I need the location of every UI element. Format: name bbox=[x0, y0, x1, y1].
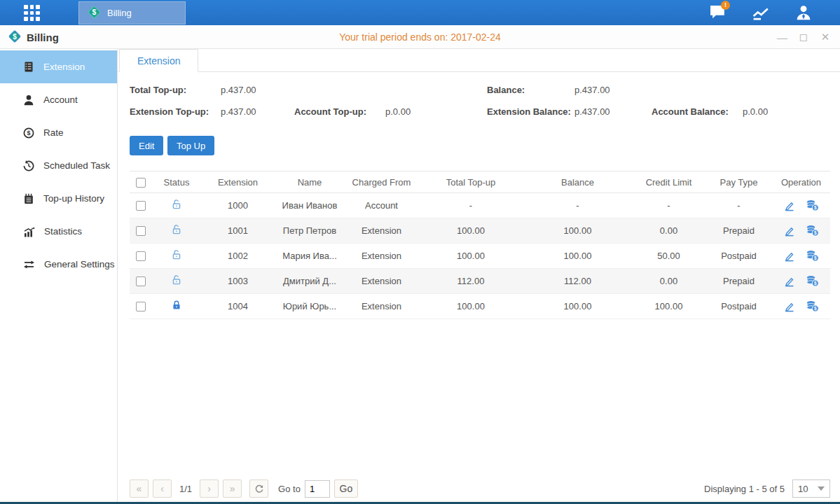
top-up-button[interactable]: Top Up bbox=[167, 136, 214, 155]
close-icon[interactable]: ✕ bbox=[820, 31, 830, 43]
cell-pay-type: Postpaid bbox=[705, 244, 772, 269]
ledger-icon bbox=[23, 61, 34, 73]
topbar-icons: ! bbox=[708, 0, 813, 25]
cell-extension: 1001 bbox=[201, 218, 275, 244]
lock-status-icon[interactable] bbox=[171, 227, 182, 237]
cell-charged-from: Extension bbox=[345, 244, 418, 269]
first-page-button[interactable]: « bbox=[130, 479, 149, 498]
edit-row-button[interactable] bbox=[783, 300, 795, 312]
table-row: 1003Дмитрий Д...Extension112.00112.000.0… bbox=[130, 269, 830, 294]
cell-credit-limit: - bbox=[632, 193, 705, 218]
billing-window-icon: $ bbox=[8, 29, 22, 46]
cell-pay-type: - bbox=[705, 193, 772, 218]
window-controls: — ◻ ✕ bbox=[777, 25, 830, 49]
notifications-icon[interactable]: ! bbox=[708, 4, 728, 22]
row-checkbox[interactable] bbox=[136, 251, 146, 261]
edit-row-button[interactable] bbox=[783, 275, 795, 287]
go-button[interactable]: Go bbox=[334, 479, 358, 498]
last-page-button[interactable]: » bbox=[223, 479, 242, 498]
cell-total-topup: - bbox=[418, 193, 523, 218]
maximize-icon[interactable]: ◻ bbox=[799, 31, 808, 43]
cell-balance: 100.00 bbox=[523, 294, 632, 319]
tabstrip: Extension bbox=[118, 49, 840, 72]
top-up-row-button[interactable]: $ bbox=[806, 225, 819, 237]
sidebar-item-rate[interactable]: $ Rate bbox=[0, 116, 117, 149]
sidebar-item-general-settings[interactable]: General Settings bbox=[0, 248, 117, 281]
user-account-icon[interactable] bbox=[794, 4, 813, 22]
sidebar: Extension Account $ Rate Scheduled Task … bbox=[0, 49, 118, 502]
cell-extension: 1004 bbox=[201, 294, 275, 319]
lock-status-icon[interactable] bbox=[171, 202, 182, 212]
table-header-row: Status Extension Name Charged From Total… bbox=[130, 172, 830, 193]
top-up-row-button[interactable]: $ bbox=[806, 300, 819, 312]
cell-name: Иван Иванов bbox=[275, 193, 345, 218]
account-topup-value: p.0.00 bbox=[385, 106, 411, 117]
clock-history-icon bbox=[23, 160, 34, 172]
sidebar-item-scheduled-task[interactable]: Scheduled Task bbox=[0, 149, 117, 182]
svg-text:$: $ bbox=[814, 230, 817, 236]
sidebar-item-label: Extension bbox=[43, 62, 85, 72]
top-up-row-button[interactable]: $ bbox=[806, 250, 819, 262]
topbar-tab-label: Billing bbox=[107, 8, 132, 18]
svg-text:$: $ bbox=[814, 306, 817, 312]
svg-text:$: $ bbox=[13, 32, 17, 40]
goto-page-input[interactable] bbox=[305, 480, 330, 498]
edit-row-button[interactable] bbox=[783, 200, 795, 211]
lock-status-icon[interactable] bbox=[171, 277, 182, 288]
lock-status-icon[interactable] bbox=[171, 302, 182, 313]
svg-text:$: $ bbox=[92, 8, 97, 16]
cell-name: Мария Ива... bbox=[275, 244, 345, 269]
sidebar-item-extension[interactable]: Extension bbox=[0, 50, 117, 83]
resource-monitor-icon[interactable] bbox=[751, 4, 771, 22]
extension-balance-label: Extension Balance: bbox=[487, 106, 571, 117]
lock-status-icon[interactable] bbox=[171, 252, 182, 262]
col-operation: Operation bbox=[772, 172, 830, 193]
sidebar-item-label: Scheduled Task bbox=[43, 160, 110, 171]
cell-balance: 100.00 bbox=[523, 218, 632, 244]
edit-button[interactable]: Edit bbox=[130, 136, 163, 155]
pagination: « ‹ 1/1 › » Go to Go bbox=[130, 478, 358, 499]
account-topup-label: Account Top-up: bbox=[294, 106, 366, 117]
pagination-summary: Displaying 1 - 5 of 5 10 bbox=[704, 478, 830, 499]
cell-pay-type: Prepaid bbox=[705, 218, 772, 244]
cell-credit-limit: 0.00 bbox=[632, 218, 705, 244]
row-checkbox[interactable] bbox=[136, 201, 146, 211]
extension-balance-value: p.437.00 bbox=[574, 106, 610, 117]
balance-label: Balance: bbox=[487, 85, 525, 95]
edit-row-button[interactable] bbox=[783, 250, 795, 262]
page-size-value: 10 bbox=[798, 484, 808, 494]
cell-credit-limit: 100.00 bbox=[632, 294, 705, 319]
cell-total-topup: 100.00 bbox=[418, 218, 523, 244]
cell-name: Юрий Юрь... bbox=[275, 294, 345, 319]
tab-extension[interactable]: Extension bbox=[119, 49, 198, 72]
page-size-select[interactable]: 10 bbox=[792, 479, 830, 498]
prev-page-button[interactable]: ‹ bbox=[153, 479, 172, 498]
cell-extension: 1002 bbox=[201, 244, 275, 269]
cell-balance: 112.00 bbox=[523, 269, 632, 294]
sidebar-item-account[interactable]: Account bbox=[0, 83, 117, 116]
table-row: 1001Петр ПетровExtension100.00100.000.00… bbox=[130, 218, 830, 244]
topbar-tab-billing[interactable]: $ Billing bbox=[78, 1, 186, 24]
sidebar-item-statistics[interactable]: Statistics bbox=[0, 215, 117, 248]
extension-topup-label: Extension Top-up: bbox=[130, 106, 209, 117]
row-checkbox[interactable] bbox=[136, 276, 146, 286]
cell-balance: 100.00 bbox=[523, 244, 632, 269]
cell-extension: 1000 bbox=[201, 193, 275, 218]
next-page-button[interactable]: › bbox=[200, 479, 219, 498]
sidebar-item-topup-history[interactable]: Top-up History bbox=[0, 182, 117, 215]
edit-row-button[interactable] bbox=[783, 225, 795, 237]
goto-label: Go to bbox=[278, 484, 301, 494]
trial-notice: Your trial period ends on: 2017-02-24 bbox=[0, 25, 840, 49]
row-checkbox[interactable] bbox=[136, 226, 146, 236]
cell-charged-from: Extension bbox=[345, 269, 418, 294]
top-up-row-button[interactable]: $ bbox=[806, 275, 819, 287]
person-icon bbox=[23, 94, 34, 106]
app-launcher-icon[interactable] bbox=[24, 5, 40, 21]
row-checkbox[interactable] bbox=[136, 302, 146, 312]
balance-value: p.437.00 bbox=[574, 85, 610, 95]
refresh-button[interactable] bbox=[249, 479, 268, 498]
select-all-checkbox[interactable] bbox=[136, 178, 146, 188]
top-up-row-button[interactable]: $ bbox=[806, 200, 819, 211]
minimize-icon[interactable]: — bbox=[777, 31, 787, 43]
cell-name: Дмитрий Д... bbox=[275, 269, 345, 294]
